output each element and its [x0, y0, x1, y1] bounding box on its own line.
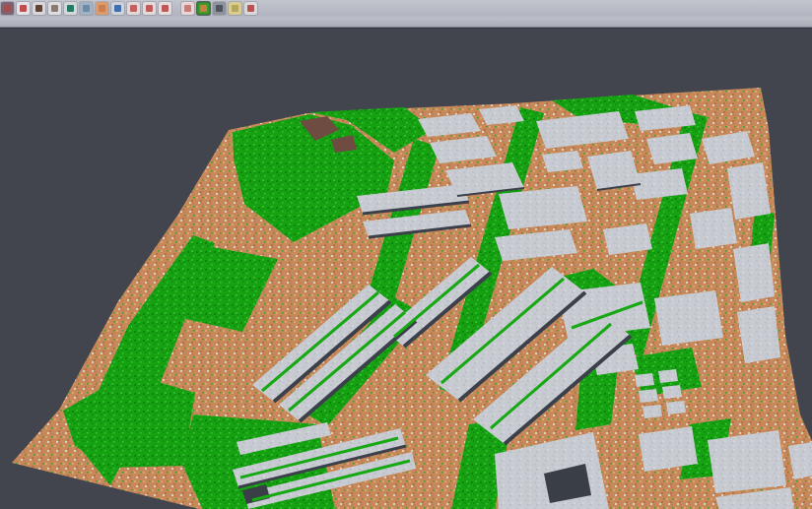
building-roof [708, 430, 786, 493]
dem-surface-icon-glyph [67, 5, 74, 12]
points-scatter-icon-glyph [20, 5, 27, 12]
export-icon[interactable] [229, 2, 241, 15]
building-roof [639, 389, 658, 403]
building-roof [639, 426, 698, 472]
globe-view-icon[interactable] [111, 2, 124, 15]
3d-viewport[interactable] [0, 28, 812, 509]
selection-brackets-icon-glyph [162, 5, 169, 12]
export-icon-glyph [232, 5, 238, 12]
sparse-points-icon[interactable] [48, 2, 61, 15]
building-roof [635, 373, 654, 387]
sparse-points-icon-glyph [51, 5, 58, 12]
building-roof [654, 290, 723, 346]
profile-view-icon-glyph [83, 5, 90, 12]
classification-colors-icon[interactable] [197, 2, 210, 15]
classification-colors-icon-glyph [200, 5, 207, 12]
camera-icon-glyph [216, 5, 223, 12]
selection-brackets-icon[interactable] [159, 2, 171, 15]
grid-overlay-icon[interactable] [181, 2, 194, 15]
orthophoto-icon-glyph [99, 5, 105, 12]
point-cloud-render [0, 1, 812, 509]
flag-marker-icon[interactable] [244, 2, 257, 15]
grid-overlay-icon-glyph [184, 5, 191, 12]
open-dataset-icon[interactable] [1, 2, 14, 15]
layers-icon[interactable] [127, 2, 140, 15]
building-roof [542, 151, 583, 172]
flag-marker-icon-glyph [247, 5, 254, 12]
terrain-model-icon[interactable] [33, 2, 45, 15]
building-roof [658, 369, 678, 383]
orthophoto-icon[interactable] [96, 2, 108, 15]
terrain-model-icon-glyph [35, 5, 42, 12]
camera-icon[interactable] [213, 2, 226, 15]
open-dataset-icon-glyph [4, 5, 11, 12]
building-roof [690, 208, 737, 249]
layers-icon-glyph [130, 5, 137, 12]
main-toolbar [0, 0, 812, 28]
building-roof [662, 385, 682, 399]
building-roof [643, 405, 662, 418]
profile-view-icon[interactable] [80, 2, 93, 15]
points-scatter-icon[interactable] [17, 2, 30, 15]
dem-surface-icon[interactable] [64, 2, 77, 15]
target-picker-icon-glyph [146, 5, 153, 12]
building-roof [666, 401, 686, 414]
globe-view-icon-glyph [114, 5, 121, 12]
target-picker-icon[interactable] [143, 2, 156, 15]
